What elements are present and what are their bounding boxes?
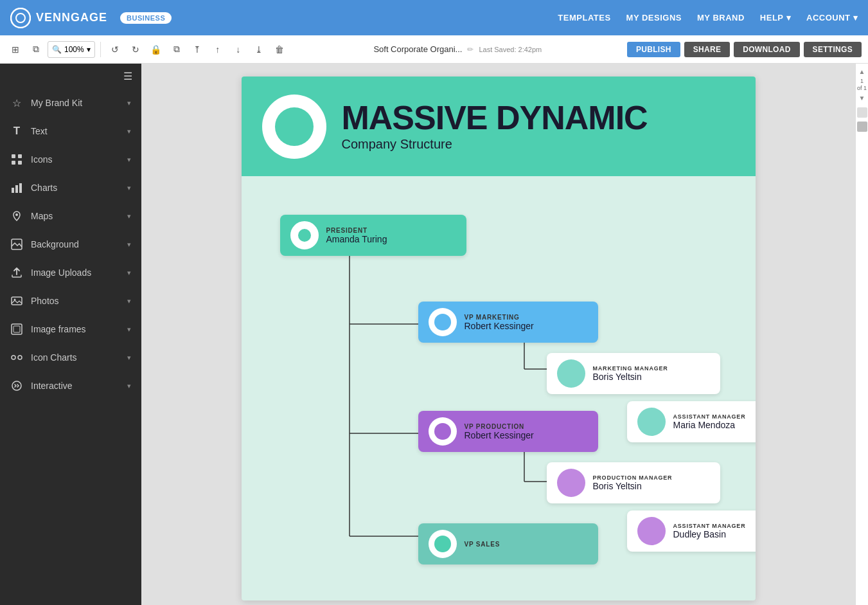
nav-help[interactable]: HELP ▾ (760, 13, 791, 23)
org-header: MASSIVE DYNAMIC Company Structure (242, 77, 756, 176)
node-title-president: PRESIDENT (326, 227, 387, 234)
sidebar-item-image-uploads[interactable]: Image Uploads ▾ (0, 258, 141, 287)
sidebar-item-interactive[interactable]: Interactive ▾ (0, 372, 141, 400)
chevron-icon-0: ▾ (127, 99, 131, 107)
svg-rect-13 (12, 324, 22, 334)
top-nav: VENNGAGE BUSINESS TEMPLATES MY DESIGNS M… (0, 0, 868, 35)
canvas-area[interactable]: MASSIVE DYNAMIC Company Structure (141, 64, 855, 605)
node-name-asst-manager-2: Dudley Basin (673, 529, 746, 539)
sidebar-label-image-frames: Image frames (31, 324, 120, 334)
sidebar-item-image-frames[interactable]: Image frames ▾ (0, 315, 141, 343)
move-up-btn[interactable]: ↑ (209, 41, 227, 59)
node-vp-marketing[interactable]: VP MARKETING Robert Kessinger (418, 302, 598, 343)
node-vp-production[interactable]: VP PRODUCTION Robert Kessinger (418, 411, 598, 452)
node-text-asst-manager-1: ASSISTANT MANAGER Maria Mendoza (673, 413, 746, 430)
toolbar: ⊞ ⧉ 🔍 100% ▾ ↺ ↻ 🔒 ⧉ ⤒ ↑ ↓ ⤓ 🗑 Soft Corp… (0, 35, 868, 64)
chevron-icon-2: ▾ (127, 156, 131, 164)
org-logo (262, 95, 326, 159)
chevron-icon-10: ▾ (127, 382, 131, 390)
settings-button[interactable]: SETTINGS (804, 42, 862, 57)
last-saved: Last Saved: 2:42pm (479, 46, 542, 53)
doc-title-area: Soft Corporate Organi... ✏ Last Saved: 2… (291, 44, 624, 54)
venngage-logo-icon (10, 8, 31, 28)
edit-title-icon[interactable]: ✏ (467, 45, 474, 54)
node-text-production-manager: PRODUCTION MANAGER Boris Yeltsin (593, 474, 673, 491)
svg-rect-5 (18, 161, 22, 165)
panel-icon-1[interactable] (857, 107, 867, 118)
move-down-btn[interactable]: ↓ (229, 41, 247, 59)
divider-1 (100, 42, 101, 57)
nav-account[interactable]: ACCOUNT ▾ (806, 13, 858, 23)
sidebar-item-icons[interactable]: Icons ▾ (0, 145, 141, 174)
duplicate-btn[interactable]: ⧉ (168, 41, 186, 59)
icon-charts-icon (10, 351, 23, 364)
maps-icon (10, 210, 23, 222)
avatar-production-manager (557, 469, 585, 497)
node-name-president: Amanda Turing (326, 234, 387, 244)
sidebar-item-icon-charts[interactable]: Icon Charts ▾ (0, 343, 141, 372)
zoom-value: 100% (64, 45, 84, 54)
node-vp-sales[interactable]: VP SALES (418, 523, 598, 564)
zoom-select[interactable]: 🔍 100% ▾ (48, 41, 95, 58)
sidebar-item-my-brand-kit[interactable]: ☆ My Brand Kit ▾ (0, 89, 141, 117)
sidebar-item-photos[interactable]: Photos ▾ (0, 287, 141, 315)
frames-icon (10, 323, 23, 336)
undo-btn[interactable]: ↺ (106, 41, 124, 59)
svg-rect-6 (12, 188, 14, 193)
node-president[interactable]: PRESIDENT Amanda Turing (280, 215, 466, 256)
sidebar-item-maps[interactable]: Maps ▾ (0, 202, 141, 230)
svg-point-9 (15, 213, 18, 216)
move-bottom-btn[interactable]: ⤓ (250, 41, 268, 59)
canvas-scroll[interactable]: MASSIVE DYNAMIC Company Structure (141, 64, 855, 605)
node-asst-manager-1[interactable]: ASSISTANT MANAGER Maria Mendoza (627, 401, 756, 442)
node-asst-manager-2[interactable]: ASSISTANT MANAGER Dudley Basin (627, 510, 756, 552)
chevron-icon-5: ▾ (127, 240, 131, 249)
avatar-vp-marketing (429, 308, 457, 336)
lock-btn[interactable]: 🔒 (147, 41, 165, 59)
panel-icon-2[interactable] (857, 122, 867, 132)
chevron-icon-6: ▾ (127, 269, 131, 277)
share-button[interactable]: SHARE (684, 42, 731, 57)
node-production-manager[interactable]: PRODUCTION MANAGER Boris Yeltsin (547, 462, 720, 503)
hamburger-menu[interactable]: ☰ (123, 70, 132, 82)
download-button[interactable]: DOWNLOAD (734, 42, 799, 57)
node-name-marketing-manager: Boris Yeltsin (593, 372, 668, 382)
nav-templates[interactable]: TEMPLATES (558, 13, 610, 23)
sidebar-item-charts[interactable]: Charts ▾ (0, 174, 141, 202)
photos-icon (10, 294, 23, 307)
logo[interactable]: VENNGAGE (10, 8, 107, 28)
canvas-page: MASSIVE DYNAMIC Company Structure (242, 77, 756, 600)
node-text-marketing-manager: MARKETING MANAGER Boris Yeltsin (593, 365, 668, 382)
node-title-vp-marketing: VP MARKETING (465, 314, 534, 321)
sidebar-item-text[interactable]: T Text ▾ (0, 117, 141, 145)
node-text-president: PRESIDENT Amanda Turing (326, 227, 387, 244)
nav-my-brand[interactable]: MY BRAND (697, 13, 745, 23)
business-badge: BUSINESS (120, 12, 172, 24)
page-indicator: 1 of 1 (857, 78, 867, 92)
sidebar: ☰ ☆ My Brand Kit ▾ T Text ▾ Icons ▾ Char… (0, 64, 141, 605)
svg-point-16 (18, 356, 22, 359)
scroll-down-btn[interactable]: ▼ (857, 93, 867, 104)
org-tree: PRESIDENT Amanda Turing VP MARKETING (267, 195, 730, 581)
nav-my-designs[interactable]: MY DESIGNS (626, 13, 682, 23)
copy-btn[interactable]: ⧉ (27, 41, 45, 59)
chevron-icon-3: ▾ (127, 184, 131, 192)
scroll-up-btn[interactable]: ▲ (857, 66, 867, 77)
publish-button[interactable]: PUBLISH (627, 42, 680, 57)
node-marketing-manager[interactable]: MARKETING MANAGER Boris Yeltsin (547, 353, 720, 394)
sidebar-label-my-brand-kit: My Brand Kit (31, 98, 120, 108)
layout-btn[interactable]: ⊞ (6, 41, 24, 59)
delete-btn[interactable]: 🗑 (270, 41, 288, 59)
svg-point-0 (11, 8, 30, 28)
nav-links: TEMPLATES MY DESIGNS MY BRAND HELP ▾ ACC… (558, 13, 858, 23)
node-text-vp-marketing: VP MARKETING Robert Kessinger (465, 314, 534, 331)
chevron-icon-9: ▾ (127, 354, 131, 362)
svg-rect-11 (12, 297, 22, 305)
sidebar-item-background[interactable]: Background ▾ (0, 230, 141, 258)
text-icon: T (10, 125, 23, 138)
upload-icon (10, 266, 23, 279)
node-name-vp-production: Robert Kessinger (465, 430, 534, 440)
sidebar-label-text: Text (31, 126, 120, 136)
redo-btn[interactable]: ↻ (127, 41, 145, 59)
move-top-btn[interactable]: ⤒ (188, 41, 206, 59)
